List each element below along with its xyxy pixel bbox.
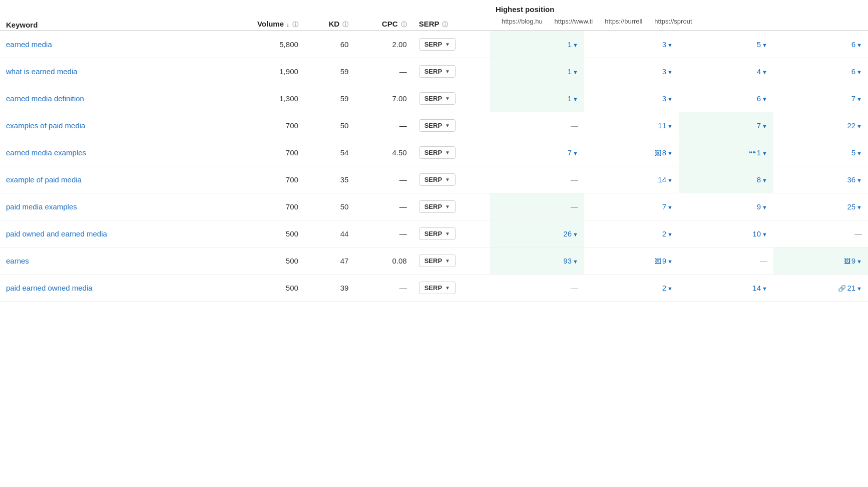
serp-dropdown-icon: ▼	[445, 258, 450, 264]
position-cell-0[interactable]: 26▼	[490, 220, 584, 248]
position-cell-1[interactable]: 3▼	[584, 85, 679, 112]
position-cell-3[interactable]: 25▼	[773, 193, 868, 220]
position-arrow-icon[interactable]: ▼	[667, 177, 673, 183]
position-arrow-icon[interactable]: ▼	[573, 42, 578, 48]
position-cell-2[interactable]: ❝❝1▼	[679, 139, 773, 166]
position-cell-1[interactable]: 2▼	[584, 220, 679, 248]
position-arrow-icon[interactable]: ▼	[573, 69, 578, 75]
keyword-cell[interactable]: earned media definition	[0, 85, 221, 112]
position-cell-2[interactable]: 10▼	[679, 220, 773, 248]
position-cell-1[interactable]: 11▼	[584, 112, 679, 139]
position-cell-0[interactable]: —	[490, 112, 584, 139]
keyword-cell[interactable]: examples of paid media	[0, 112, 221, 139]
keyword-cell[interactable]: what is earned media	[0, 58, 221, 85]
position-arrow-icon[interactable]: ▼	[762, 286, 767, 292]
position-cell-0[interactable]: 1▼	[490, 31, 584, 58]
position-cell-3[interactable]: 🔗21▼	[773, 275, 868, 302]
position-cell-0[interactable]: —	[490, 166, 584, 193]
keyword-cell[interactable]: paid media examples	[0, 193, 221, 220]
position-arrow-icon[interactable]: ▼	[667, 286, 673, 292]
serp-button[interactable]: SERP ▼	[419, 92, 456, 105]
serp-button[interactable]: SERP ▼	[419, 173, 456, 186]
position-cell-2[interactable]: —	[679, 248, 773, 275]
position-cell-3[interactable]: 6▼	[773, 31, 868, 58]
position-arrow-icon[interactable]: ▼	[762, 123, 767, 129]
position-arrow-icon[interactable]: ▼	[762, 96, 767, 102]
position-cell-1[interactable]: 3▼	[584, 58, 679, 85]
cpc-info-icon[interactable]: ⓘ	[401, 21, 407, 28]
position-arrow-icon[interactable]: ▼	[856, 259, 862, 265]
serp-button[interactable]: SERP ▼	[419, 119, 456, 132]
position-arrow-icon[interactable]: ▼	[667, 42, 673, 48]
position-cell-1[interactable]: 🖼9▼	[584, 248, 679, 275]
position-cell-2[interactable]: 4▼	[679, 58, 773, 85]
position-arrow-icon[interactable]: ▼	[573, 150, 578, 156]
position-arrow-icon[interactable]: ▼	[667, 69, 673, 75]
serp-button[interactable]: SERP ▼	[419, 200, 456, 213]
serp-info-icon[interactable]: ⓘ	[442, 21, 448, 28]
serp-button[interactable]: SERP ▼	[419, 65, 456, 78]
position-arrow-icon[interactable]: ▼	[856, 204, 862, 210]
position-arrow-icon[interactable]: ▼	[762, 231, 767, 237]
position-arrow-icon[interactable]: ▼	[667, 204, 673, 210]
position-arrow-icon[interactable]: ▼	[573, 259, 578, 265]
position-cell-3[interactable]: 7▼	[773, 85, 868, 112]
position-cell-0[interactable]: 1▼	[490, 58, 584, 85]
position-arrow-icon[interactable]: ▼	[856, 123, 862, 129]
serp-button[interactable]: SERP ▼	[419, 38, 456, 51]
position-arrow-icon[interactable]: ▼	[856, 42, 862, 48]
position-cell-3[interactable]: 6▼	[773, 58, 868, 85]
position-arrow-icon[interactable]: ▼	[762, 42, 767, 48]
position-cell-1[interactable]: 🖼8▼	[584, 139, 679, 166]
position-cell-1[interactable]: 3▼	[584, 31, 679, 58]
position-cell-2[interactable]: 6▼	[679, 85, 773, 112]
position-cell-0[interactable]: 1▼	[490, 85, 584, 112]
position-cell-0[interactable]: —	[490, 193, 584, 220]
keyword-cell[interactable]: earnes	[0, 248, 221, 275]
position-arrow-icon[interactable]: ▼	[667, 259, 673, 265]
keyword-cell[interactable]: example of paid media	[0, 166, 221, 193]
position-cell-1[interactable]: 2▼	[584, 275, 679, 302]
position-arrow-icon[interactable]: ▼	[762, 204, 767, 210]
position-arrow-icon[interactable]: ▼	[667, 150, 673, 156]
position-arrow-icon[interactable]: ▼	[667, 123, 673, 129]
position-cell-3[interactable]: 22▼	[773, 112, 868, 139]
position-cell-2[interactable]: 14▼	[679, 275, 773, 302]
serp-button[interactable]: SERP ▼	[419, 146, 456, 159]
position-arrow-icon[interactable]: ▼	[573, 231, 578, 237]
position-cell-2[interactable]: 7▼	[679, 112, 773, 139]
position-cell-1[interactable]: 7▼	[584, 193, 679, 220]
keyword-cell[interactable]: paid owned and earned media	[0, 220, 221, 248]
position-cell-2[interactable]: 9▼	[679, 193, 773, 220]
kd-info-icon[interactable]: ⓘ	[342, 21, 348, 28]
position-arrow-icon[interactable]: ▼	[762, 150, 767, 156]
position-arrow-icon[interactable]: ▼	[762, 177, 767, 183]
position-cell-1[interactable]: 14▼	[584, 166, 679, 193]
serp-button[interactable]: SERP ▼	[419, 282, 456, 294]
volume-info-icon[interactable]: ⓘ	[292, 21, 298, 28]
position-arrow-icon[interactable]: ▼	[573, 96, 578, 102]
position-cell-3[interactable]: —	[773, 220, 868, 248]
position-cell-0[interactable]: 7▼	[490, 139, 584, 166]
keyword-cell[interactable]: earned media examples	[0, 139, 221, 166]
position-arrow-icon[interactable]: ▼	[762, 69, 767, 75]
position-cell-3[interactable]: 5▼	[773, 139, 868, 166]
position-cell-2[interactable]: 8▼	[679, 166, 773, 193]
position-arrow-icon[interactable]: ▼	[667, 231, 673, 237]
position-cell-0[interactable]: —	[490, 275, 584, 302]
position-cell-0[interactable]: 93▼	[490, 248, 584, 275]
position-cell-3[interactable]: 🖼9▼	[773, 248, 868, 275]
position-arrow-icon[interactable]: ▼	[856, 286, 862, 292]
serp-button[interactable]: SERP ▼	[419, 227, 456, 240]
position-cell-2[interactable]: 5▼	[679, 31, 773, 58]
position-arrow-icon[interactable]: ▼	[856, 69, 862, 75]
keyword-cell[interactable]: paid earned owned media	[0, 275, 221, 302]
serp-button[interactable]: SERP ▼	[419, 255, 456, 267]
position-cell-3[interactable]: 36▼	[773, 166, 868, 193]
position-arrow-icon[interactable]: ▼	[856, 150, 862, 156]
position-arrow-icon[interactable]: ▼	[856, 177, 862, 183]
keyword-cell[interactable]: earned media	[0, 31, 221, 58]
position-arrow-icon[interactable]: ▼	[856, 96, 862, 102]
keyword-table: Keyword Volume ↓ ⓘ KD ⓘ CPC ⓘ SERP ⓘ	[0, 0, 868, 302]
position-arrow-icon[interactable]: ▼	[667, 96, 673, 102]
